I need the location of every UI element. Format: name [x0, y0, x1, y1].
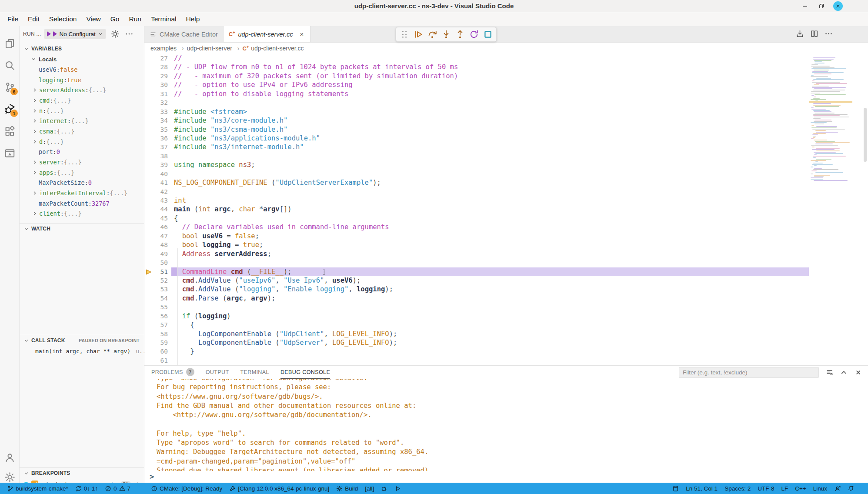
views-more-actions-icon[interactable] [125, 30, 134, 38]
split-editor-button[interactable] [810, 30, 818, 40]
code-line[interactable]: 37#include "ns3/internet-module.h" [144, 143, 809, 151]
breadcrumb-item[interactable]: udp-client-server [187, 45, 243, 52]
code-line[interactable]: 32 [144, 98, 809, 107]
stack-frame[interactable]: main(int argc, char ** argv) u... [20, 346, 144, 356]
variable-row[interactable]: cmd: {...} [20, 95, 144, 106]
more-actions-button[interactable] [825, 30, 833, 40]
console-filter-input[interactable] [679, 367, 819, 378]
status-build-target[interactable]: [all] [361, 483, 377, 494]
status-platform[interactable]: Linux [810, 483, 831, 494]
status-notifications[interactable] [844, 483, 858, 494]
activity-search[interactable] [0, 56, 19, 75]
breadcrumb-item[interactable]: C+udp-client-server.cc [243, 45, 304, 52]
code-line[interactable]: 41NS_LOG_COMPONENT_DEFINE ("UdpClientSer… [144, 178, 809, 187]
clear-console-icon[interactable] [826, 369, 833, 376]
tab-cmake-cache-editor[interactable]: CMake Cache Editor [144, 26, 224, 42]
restart-button[interactable] [469, 30, 479, 39]
restore-button[interactable] [817, 1, 826, 11]
minimize-button[interactable] [800, 1, 810, 11]
debug-configuration-dropdown[interactable]: No Configurat [44, 29, 105, 39]
status-encoding[interactable]: UTF-8 [754, 483, 778, 494]
status-sync-changes[interactable]: 0↓ 1↑ [72, 483, 101, 494]
step-over-button[interactable] [427, 30, 437, 39]
code-line[interactable]: 52 cmd.AddValue ("useIpv6", "Use Ipv6", … [144, 276, 809, 285]
status-remote-indicator[interactable] [669, 483, 682, 494]
debug-console-prompt[interactable]: > [150, 472, 154, 481]
variables-header[interactable]: VARIABLES [20, 43, 144, 54]
step-out-button[interactable] [455, 30, 465, 39]
activity-run-and-debug[interactable]: 1 [0, 99, 19, 118]
step-into-button[interactable] [441, 30, 451, 39]
variable-row[interactable]: MaxPacketSize: 0 [20, 178, 144, 188]
close-tab-icon[interactable]: × [298, 31, 305, 37]
activity-test-panel[interactable] [0, 144, 19, 163]
variable-row[interactable]: port: 0 [20, 147, 144, 157]
code-line[interactable]: 56 if (logging) [144, 312, 809, 320]
continue-button[interactable] [414, 30, 423, 39]
code-line[interactable]: 30// - option to use IPv4 or IPv6 addres… [144, 80, 809, 89]
code-line[interactable]: 54 cmd.Parse (argc, argv); [144, 294, 809, 303]
code-line[interactable]: 49 Address serverAddress; [144, 250, 809, 258]
panel-tab-debug-console[interactable]: DEBUG CONSOLE [280, 366, 330, 379]
locals-scope[interactable]: Locals [20, 54, 144, 64]
status-indentation[interactable]: Spaces: 2 [721, 483, 754, 494]
code-line[interactable]: 46 // Declare variables used in command-… [144, 223, 809, 231]
drag-handle-button[interactable] [400, 30, 409, 39]
debug-console-output[interactable]: Type "show configuration" for configurat… [144, 379, 868, 471]
variable-row[interactable]: maxPacketCount: 32767 [20, 198, 144, 209]
code-line[interactable]: 50 [144, 258, 809, 267]
status-git-branch[interactable]: buildsystem-cmake* [3, 483, 72, 494]
variable-row[interactable]: useV6: false [20, 64, 144, 75]
code-line[interactable]: 60 } [144, 347, 809, 356]
status-language-mode[interactable]: C++ [791, 483, 810, 494]
menu-go[interactable]: Go [106, 12, 124, 26]
code-line[interactable]: 38 [144, 152, 809, 160]
code-line[interactable]: 27// [144, 54, 809, 63]
activity-explorer[interactable] [0, 34, 19, 53]
code-line[interactable]: 28// - UDP flow from n0 to n1 of 1024 by… [144, 63, 809, 71]
variable-row[interactable]: n: {...} [20, 106, 144, 116]
menu-edit[interactable]: Edit [23, 12, 44, 26]
variable-row[interactable]: d: {...} [20, 137, 144, 147]
variable-row[interactable]: serverAddress: {...} [20, 85, 144, 95]
menu-help[interactable]: Help [181, 12, 205, 26]
current-execution-line[interactable]: 51 CommandLine cmd (__FILE__); [144, 267, 809, 276]
debug-settings-gear-icon[interactable] [111, 30, 120, 38]
status-cursor-position[interactable]: Ln 51, Col 1 [682, 483, 721, 494]
status-cmake-build[interactable]: Build [333, 483, 361, 494]
menu-run[interactable]: Run [124, 12, 146, 26]
code-line[interactable]: 35#include "ns3/csma-module.h" [144, 125, 809, 134]
tab-udp-client-server-cc[interactable]: C+udp-client-server.cc× [224, 26, 311, 42]
code-line[interactable]: 55 [144, 303, 809, 311]
code-line[interactable]: 59 LogComponentEnable ("UdpServer", LOG_… [144, 338, 809, 347]
watch-header[interactable]: WATCH [20, 223, 144, 234]
panel-tab-terminal[interactable]: TERMINAL [240, 366, 269, 379]
code-line[interactable]: 47 bool useV6 = false; [144, 232, 809, 240]
close-panel-icon[interactable] [855, 369, 862, 376]
code-line[interactable]: 61 [144, 356, 809, 365]
code-line[interactable]: 40 [144, 170, 809, 178]
panel-tab-problems[interactable]: PROBLEMS7 [151, 366, 194, 379]
code-line[interactable]: 53 cmd.AddValue ("logging", "Enable logg… [144, 285, 809, 294]
menu-view[interactable]: View [81, 12, 105, 26]
call-stack-header[interactable]: CALL STACK PAUSED ON BREAKPOINT [20, 335, 144, 346]
close-button[interactable] [833, 1, 843, 11]
run-code-button[interactable] [796, 30, 804, 40]
variable-row[interactable]: server: {...} [20, 157, 144, 167]
panel-tab-output[interactable]: OUTPUT [206, 366, 229, 379]
variable-row[interactable]: interPacketInterval: {...} [20, 188, 144, 198]
code-line[interactable]: 29// - maximum of 320 packets sent (or l… [144, 72, 809, 80]
code-line[interactable]: 58 LogComponentEnable ("UdpClient", LOG_… [144, 330, 809, 338]
code-line[interactable]: 57 { [144, 320, 809, 329]
variable-row[interactable]: apps: {...} [20, 167, 144, 178]
activity-source-control[interactable]: 6 [0, 77, 19, 97]
menu-selection[interactable]: Selection [44, 12, 82, 26]
status-debug-target[interactable] [377, 483, 391, 494]
code-line[interactable]: 33#include <fstream> [144, 107, 809, 116]
variable-row[interactable]: internet: {...} [20, 116, 144, 126]
status-cmake-status[interactable]: CMake: [Debug]: Ready [147, 483, 226, 494]
status-feedback[interactable] [831, 483, 844, 494]
code-line[interactable]: 39using namespace ns3; [144, 160, 809, 169]
menu-file[interactable]: File [3, 12, 23, 26]
menu-terminal[interactable]: Terminal [146, 12, 181, 26]
